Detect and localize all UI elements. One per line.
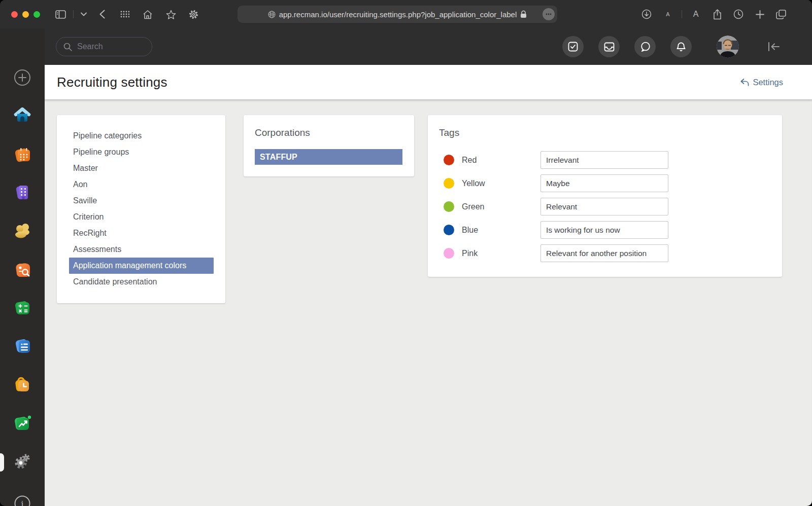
collapse-arrow-icon xyxy=(767,42,781,52)
active-sidebar-indicator xyxy=(0,453,4,472)
user-avatar[interactable] xyxy=(717,35,739,58)
settings-nav-item[interactable]: Criterion xyxy=(69,209,214,225)
settings-nav-item[interactable]: Candidate presentation xyxy=(69,274,214,290)
app-topbar xyxy=(45,28,812,65)
decrease-text-size-icon[interactable]: A xyxy=(657,4,679,24)
sidebar-documents-icon[interactable] xyxy=(12,335,33,356)
tag-value-input[interactable] xyxy=(540,198,668,215)
tag-color-label: Blue xyxy=(462,226,478,235)
add-new-icon[interactable] xyxy=(12,67,33,88)
sidebar-people-icon[interactable] xyxy=(12,220,33,241)
settings-nav-item[interactable]: Saville xyxy=(69,193,214,209)
chat-button[interactable] xyxy=(634,36,656,57)
inbox-button[interactable] xyxy=(598,36,620,57)
tasks-check-icon xyxy=(568,42,578,52)
settings-nav-item-label: Candidate presentation xyxy=(73,277,157,286)
settings-nav-item[interactable]: Pipeline groups xyxy=(69,144,214,160)
address-bar[interactable]: app.recman.io/user/recruiting.settings.p… xyxy=(238,6,557,23)
content-area: Pipeline categoriesPipeline groupsMaster… xyxy=(45,99,812,506)
notifications-button[interactable] xyxy=(670,36,692,57)
tag-value-input[interactable] xyxy=(540,151,668,169)
corporations-title: Corporations xyxy=(255,126,402,139)
bookmark-star-icon[interactable] xyxy=(159,4,182,24)
globe-icon xyxy=(268,11,276,18)
url-text: app.recman.io/user/recruiting.settings.p… xyxy=(279,10,517,19)
tag-row: Pink xyxy=(439,244,782,262)
settings-nav-item[interactable]: RecRight xyxy=(69,225,214,241)
corporation-item-label: STAFFUP xyxy=(260,153,297,161)
search-icon xyxy=(63,43,72,51)
corporation-item[interactable]: STAFFUP xyxy=(255,149,402,165)
settings-nav-card: Pipeline categoriesPipeline groupsMaster… xyxy=(57,115,225,303)
page-settings-ellipsis-icon[interactable] xyxy=(543,8,555,20)
tag-value-input[interactable] xyxy=(540,174,668,192)
browser-window: app.recman.io/user/recruiting.settings.p… xyxy=(0,0,812,506)
back-button[interactable] xyxy=(91,4,113,24)
tags-card: Tags Red Yellow Green Blue Pink xyxy=(428,115,782,277)
settings-nav-item-label: Master xyxy=(73,164,98,172)
toolbar-divider xyxy=(682,10,682,18)
settings-nav-item[interactable]: Aon xyxy=(69,176,214,193)
page-title: Recruiting settings xyxy=(57,75,167,90)
new-tab-plus-icon[interactable] xyxy=(749,4,770,24)
settings-nav-item-label: Aon xyxy=(73,180,87,189)
sidebar-time-bag-icon[interactable] xyxy=(12,374,33,395)
svg-text:i: i xyxy=(21,499,24,506)
tag-color-label: Green xyxy=(462,202,484,211)
settings-link-label: Settings xyxy=(753,78,783,87)
sidebar-toggle-icon[interactable] xyxy=(51,4,70,24)
page-header: Recruiting settings Settings xyxy=(45,65,812,99)
tag-row: Red xyxy=(439,151,782,169)
tag-rows: Red Yellow Green Blue Pink xyxy=(439,151,782,262)
search-input[interactable] xyxy=(77,42,138,51)
settings-nav-item[interactable]: Master xyxy=(69,160,214,176)
sidebar-calculator-icon[interactable] xyxy=(12,297,33,318)
downloads-icon[interactable] xyxy=(636,4,657,24)
sidebar-company-icon[interactable] xyxy=(12,182,33,203)
minimize-window-button[interactable] xyxy=(22,11,29,18)
toolbar-divider xyxy=(73,10,74,18)
settings-nav-list: Pipeline categoriesPipeline groupsMaster… xyxy=(69,128,214,290)
tasks-button[interactable] xyxy=(562,36,584,57)
tag-color-dot xyxy=(444,248,454,259)
settings-nav-item-label: Pipeline groups xyxy=(73,148,129,156)
tab-overview-icon[interactable] xyxy=(770,4,792,24)
browser-settings-gear-icon[interactable] xyxy=(182,4,205,24)
secure-lock-icon xyxy=(520,10,527,18)
tag-color-dot xyxy=(444,155,454,165)
tab-groups-grid-icon[interactable] xyxy=(113,4,136,24)
traffic-lights xyxy=(11,11,40,18)
global-search[interactable] xyxy=(56,37,152,56)
settings-nav-item-label: Application management colors xyxy=(73,261,186,270)
settings-nav-item-label: Pipeline categories xyxy=(73,131,142,140)
sidebar-settings-gear-icon[interactable] xyxy=(12,451,33,472)
settings-nav-item[interactable]: Pipeline categories xyxy=(69,128,214,144)
sidebar-candidate-search-icon[interactable] xyxy=(12,259,33,280)
sidebar-reports-icon[interactable] xyxy=(12,412,33,433)
sidebar-home-icon[interactable] xyxy=(12,104,33,126)
settings-nav-item-label: Assessments xyxy=(73,245,121,254)
settings-nav-item[interactable]: Application management colors xyxy=(69,258,214,274)
tags-title: Tags xyxy=(439,126,782,139)
chevron-down-icon[interactable] xyxy=(77,4,91,24)
undo-arrow-icon xyxy=(739,78,749,86)
sidebar-info-icon[interactable]: i xyxy=(12,493,33,506)
tag-color-dot xyxy=(444,178,454,189)
bell-icon xyxy=(676,42,686,52)
collapse-panel-button[interactable] xyxy=(767,42,781,52)
share-icon[interactable] xyxy=(706,4,728,24)
close-window-button[interactable] xyxy=(11,11,18,18)
history-clock-icon[interactable] xyxy=(728,4,749,24)
increase-text-size-icon[interactable]: A xyxy=(685,4,706,24)
corporations-list: STAFFUP xyxy=(255,149,402,165)
tag-color-label: Red xyxy=(462,156,477,165)
settings-nav-item[interactable]: Assessments xyxy=(69,241,214,258)
tag-value-input[interactable] xyxy=(540,221,668,239)
tag-value-input[interactable] xyxy=(540,244,668,262)
sidebar-calendar-icon[interactable] xyxy=(12,144,33,165)
settings-nav-item-label: Saville xyxy=(73,196,97,205)
zoom-window-button[interactable] xyxy=(33,11,40,18)
home-button-icon[interactable] xyxy=(136,4,159,24)
settings-back-link[interactable]: Settings xyxy=(739,78,783,87)
tag-color-label: Pink xyxy=(462,249,478,258)
